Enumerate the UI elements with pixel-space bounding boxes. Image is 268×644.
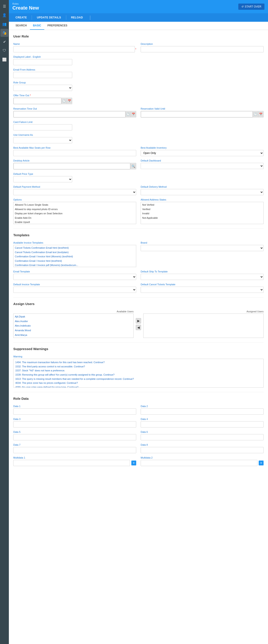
invoice-templates-listbox[interactable]: Cancel Tickets Confirmation Email html (… [13, 245, 136, 267]
check-icon[interactable]: ✔ [0, 38, 8, 46]
warning-3[interactable]: 1537: Stock "%0" does not have a prefere… [15, 368, 262, 373]
option-item-2[interactable]: Allowed to skip required photo ID errors [14, 207, 135, 212]
warning-6[interactable]: 4034: The price zone has no prices confi… [15, 381, 262, 385]
multidata2-input[interactable] [141, 460, 257, 466]
start-over-button[interactable]: ↺ START OVER [238, 4, 265, 10]
menu-icon[interactable]: ☰ [0, 2, 8, 10]
invoice-brand-row: Available Invoice Templates Cancel Ticke… [13, 241, 264, 267]
user-item-1[interactable]: Ajit.Dipak [14, 314, 133, 319]
default-dashboard-select[interactable] [141, 163, 264, 169]
role-group-select[interactable] [13, 85, 72, 91]
shield-icon[interactable]: 🛡 [0, 46, 8, 54]
roles-icon[interactable]: 🎭 [0, 29, 8, 37]
default-ship-to-select[interactable] [141, 274, 264, 280]
sidebar: ☰ 👤 👥 🎭 ✔ 🛡 ⬜ [0, 0, 9, 644]
address-state-item-2[interactable]: Verified [141, 207, 263, 212]
description-input[interactable] [141, 46, 264, 52]
email-from-input[interactable] [13, 72, 72, 78]
tab-search[interactable]: SEARCH [12, 22, 30, 30]
warning-7[interactable]: 4055: No user roles were defined for pri… [15, 385, 262, 388]
data2-input[interactable] [141, 408, 264, 414]
warning-2[interactable]: 1532: The third party access control is … [15, 364, 262, 369]
invoice-template-4[interactable]: Confirmation Email / Invoice html (text/… [14, 259, 135, 263]
offer-timeout-input[interactable] [13, 98, 61, 104]
user-item-5[interactable]: Amit.Marya [14, 333, 133, 338]
assigned-users-listbox[interactable] [143, 314, 264, 338]
multidata2-add-button[interactable]: + [259, 460, 264, 466]
reservation-valid-calendar-icon[interactable]: 📅 [258, 111, 263, 117]
card-failure-input[interactable] [13, 124, 72, 130]
reload-button[interactable]: RELOAD [68, 15, 86, 20]
address-state-item-3[interactable]: Invalid [141, 212, 263, 216]
warnings-listbox[interactable]: 1494: The maximum transaction failures f… [13, 359, 264, 388]
multidata1-add-button[interactable]: + [131, 460, 136, 466]
assigned-users-label: Assigned Users [143, 310, 264, 313]
reservation-valid-until-input[interactable] [141, 111, 253, 117]
allowed-address-states-listbox[interactable]: Not Verfied Verified Invalid Not Applica… [141, 202, 264, 224]
available-users-listbox[interactable]: Ajit.Dipak Alex.Hustler Alex.Indelicato … [13, 314, 134, 338]
address-state-item-4[interactable]: Not Applicable [141, 216, 263, 220]
invoice-template-5[interactable]: Confirmation Email / Invoice pdf (Moneri… [14, 263, 135, 267]
multidata1-input[interactable] [13, 460, 130, 466]
user-item-4[interactable]: Amanda.Wood [14, 328, 133, 333]
desktop-article-search-button[interactable]: 🔍 [130, 163, 136, 169]
data7-group: Data 7 [13, 444, 136, 453]
use-username-select[interactable] [13, 137, 72, 143]
user-item-3[interactable]: Alex.Indelicato [14, 324, 133, 328]
group-icon[interactable]: 👥 [0, 20, 8, 28]
reservation-timeout-calendar-icon[interactable]: 📅 [131, 111, 136, 117]
option-item-4[interactable]: Enable Add-On [14, 216, 135, 220]
update-details-button[interactable]: UPDATE DETAILS [34, 15, 64, 20]
data7-input[interactable] [13, 447, 136, 453]
default-invoice-template-select[interactable] [13, 286, 136, 293]
data4-input[interactable] [141, 421, 264, 428]
invoice-template-2[interactable]: Cancel Tickets Confirmation Email text (… [14, 250, 135, 255]
best-available-max-input[interactable] [13, 150, 136, 156]
user-item-6[interactable]: Arne.Gleason [14, 337, 133, 338]
address-state-item-1[interactable]: Not Verfied [141, 203, 263, 207]
move-left-button[interactable]: ◀ [136, 325, 141, 330]
default-delivery-method-group: Default Delivery Method [141, 186, 264, 195]
exit-icon[interactable]: ⬜ [0, 56, 8, 64]
email-template-select[interactable] [13, 274, 136, 280]
person-icon[interactable]: 👤 [0, 11, 8, 19]
invoice-template-3[interactable]: Confirmation Email / Invoice html (Moner… [14, 254, 135, 259]
data6-input[interactable] [141, 434, 264, 440]
reservation-timeout-clock-icon[interactable]: 🕐 [125, 111, 131, 117]
data8-input[interactable] [141, 447, 264, 453]
placeholder-right3 [141, 81, 264, 91]
reservation-valid-clock-icon[interactable]: 🕐 [253, 111, 258, 117]
brand-select[interactable] [141, 245, 264, 251]
options-listbox[interactable]: Allowed To Leave Single Seats Allowed to… [13, 202, 136, 224]
option-item-3[interactable]: Display per ticket charges on Seat Selec… [14, 212, 135, 216]
displayed-label-input[interactable] [13, 59, 72, 65]
tab-preferences[interactable]: PREFERENCES [44, 22, 70, 30]
default-price-type-select[interactable] [13, 176, 72, 182]
move-right-button[interactable]: ▶ [136, 318, 141, 324]
desktop-article-input[interactable] [13, 163, 130, 169]
best-available-inventory-select[interactable]: Open Only [141, 150, 264, 156]
default-cancel-tickets-select[interactable] [141, 286, 264, 293]
tab-basic[interactable]: BASIC [30, 22, 44, 30]
default-payment-method-select[interactable] [13, 189, 136, 195]
available-invoice-templates-group: Available Invoice Templates Cancel Ticke… [13, 241, 136, 267]
user-item-2[interactable]: Alex.Hustler [14, 319, 133, 324]
offer-timeout-clock-icon[interactable]: 🕐 [61, 98, 67, 104]
data3-input[interactable] [13, 421, 136, 428]
reservation-timeout-input[interactable] [13, 111, 125, 117]
offer-timeout-calendar-icon[interactable]: 📅 [67, 98, 72, 104]
available-users-list: Available Users Ajit.Dipak Alex.Hustler … [13, 310, 134, 338]
available-invoice-templates-label: Available Invoice Templates [13, 241, 136, 244]
warning-4[interactable]: 1539: Removing this group will affect %n… [15, 373, 262, 377]
option-item-5[interactable]: Enable Upsell [14, 220, 135, 224]
invoice-template-1[interactable]: Cancel Tickets Confirmation Email html (… [14, 246, 135, 250]
default-delivery-method-select[interactable] [141, 189, 264, 195]
data1-input[interactable] [13, 408, 136, 414]
warning-1[interactable]: 1494: The maximum transaction failures f… [15, 360, 262, 364]
more-options-button[interactable]: ⋮ [87, 15, 94, 20]
name-input[interactable] [13, 46, 135, 52]
warning-5[interactable]: 1613: The query is missing result member… [15, 377, 262, 381]
create-button[interactable]: CREATE [12, 15, 30, 20]
option-item-1[interactable]: Allowed To Leave Single Seats [14, 203, 135, 207]
data5-input[interactable] [13, 434, 136, 440]
